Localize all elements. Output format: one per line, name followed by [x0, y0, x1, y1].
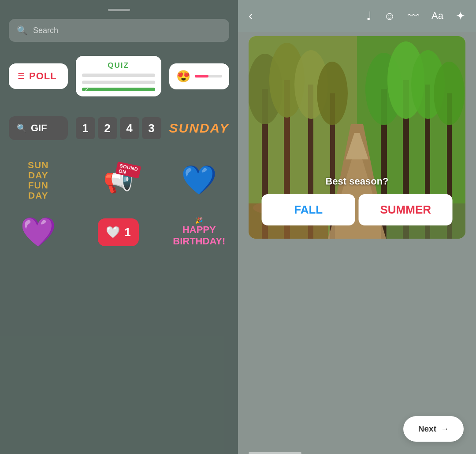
stickers-grid: ☰ POLL QUIZ ✓ 😍 — [9, 54, 229, 254]
quiz-line-correct: ✓ — [82, 88, 155, 91]
story-area: Best season? FALL SUMMER — [238, 32, 476, 446]
gif-search-icon: 🔍 — [17, 123, 26, 133]
face-effects-icon[interactable]: ☺ — [384, 9, 396, 23]
sunday-text-sticker[interactable]: SUNDAY — [169, 106, 229, 150]
sunday-funday-text: SUN DAY FUN DAY — [28, 160, 48, 200]
svg-point-15 — [317, 62, 348, 125]
gif-label: GIF — [31, 122, 47, 134]
blue-heart-sticker[interactable]: 💙 — [169, 158, 229, 202]
search-placeholder: Search — [33, 26, 58, 35]
progress-area — [238, 446, 476, 454]
sunday-funday-line3: FUN — [28, 180, 48, 190]
sound-on-sticker[interactable]: 📢 SOUNDON — [76, 158, 161, 202]
progress-bar — [249, 452, 301, 454]
sound-on-container: 📢 SOUNDON — [97, 160, 141, 200]
slider-track[interactable] — [195, 75, 222, 78]
sticker-picker-panel: 🔍 Search ☰ POLL QUIZ ✓ 😍 — [0, 0, 238, 454]
quiz-line-1 — [82, 74, 155, 77]
like-count: 1 — [124, 225, 130, 239]
back-button[interactable]: ‹ — [249, 9, 253, 23]
like-heart-icon: 🤍 — [106, 225, 120, 239]
next-button[interactable]: Next → — [403, 416, 464, 442]
search-bar[interactable]: 🔍 Search — [9, 19, 229, 42]
toolbar-icons: ♩ ☺ 〰 Aa ✦ — [366, 9, 465, 23]
countdown-digits: 1 2 4 3 — [76, 117, 161, 139]
birthday-deco-top: 🎉 — [169, 217, 229, 224]
drag-handle[interactable] — [108, 9, 130, 11]
happy-birthday-sticker[interactable]: 🎉 HAPPY BIRTHDAY! — [169, 210, 229, 254]
text-icon[interactable]: Aa — [431, 10, 443, 22]
digit-3: 4 — [120, 117, 139, 139]
quiz-line-2 — [82, 81, 155, 84]
purple-heart-sticker[interactable]: 💜 — [9, 210, 68, 254]
poll-options: FALL SUMMER — [262, 194, 453, 225]
poll-option-fall[interactable]: FALL — [262, 194, 355, 225]
poll-question: Best season? — [325, 176, 388, 187]
sunday-funday-line2: DAY — [28, 170, 48, 180]
quiz-sticker[interactable]: QUIZ ✓ — [76, 54, 161, 98]
poll-option-summer[interactable]: SUMMER — [359, 194, 452, 225]
quiz-check-icon: ✓ — [85, 87, 89, 92]
digit-2: 2 — [98, 117, 117, 139]
purple-heart-emoji: 💜 — [20, 215, 56, 249]
story-editor-panel: ‹ ♩ ☺ 〰 Aa ✦ — [238, 0, 476, 454]
music-icon[interactable]: ♩ — [366, 9, 372, 23]
slider-emoji: 😍 — [176, 70, 190, 83]
quiz-label: QUIZ — [82, 61, 155, 70]
poll-overlay: Best season? FALL SUMMER — [262, 176, 453, 225]
poll-lines-icon: ☰ — [18, 71, 25, 81]
draw-icon[interactable]: 〰 — [408, 9, 419, 23]
move-icon[interactable]: ✦ — [456, 9, 465, 23]
blue-heart-emoji: 💙 — [181, 163, 217, 197]
sunday-label: SUNDAY — [169, 121, 229, 136]
poll-label: POLL — [29, 70, 57, 82]
next-arrow-icon: → — [441, 424, 449, 434]
emoji-slider-sticker[interactable]: 😍 — [169, 54, 229, 98]
like-counter-sticker[interactable]: 🤍 1 — [76, 210, 161, 254]
like-counter-container: 🤍 1 — [98, 218, 138, 246]
next-label: Next — [418, 424, 436, 434]
sunday-funday-sticker[interactable]: SUN DAY FUN DAY — [9, 158, 68, 202]
gif-sticker[interactable]: 🔍 GIF — [9, 106, 68, 150]
countdown-sticker[interactable]: 1 2 4 3 — [76, 106, 161, 150]
story-image: Best season? FALL SUMMER — [249, 36, 465, 239]
digit-1: 1 — [76, 117, 95, 139]
svg-point-19 — [434, 62, 465, 125]
birthday-label: HAPPY BIRTHDAY! — [169, 224, 229, 247]
slider-fill — [195, 75, 208, 78]
sunday-funday-line1: SUN — [28, 160, 48, 170]
sunday-funday-line4: DAY — [28, 190, 48, 200]
poll-sticker[interactable]: ☰ POLL — [9, 54, 68, 98]
top-toolbar: ‹ ♩ ☺ 〰 Aa ✦ — [238, 0, 476, 32]
search-icon: 🔍 — [17, 25, 28, 36]
happy-birthday-text: 🎉 HAPPY BIRTHDAY! — [169, 217, 229, 247]
digit-4: 3 — [142, 117, 161, 139]
